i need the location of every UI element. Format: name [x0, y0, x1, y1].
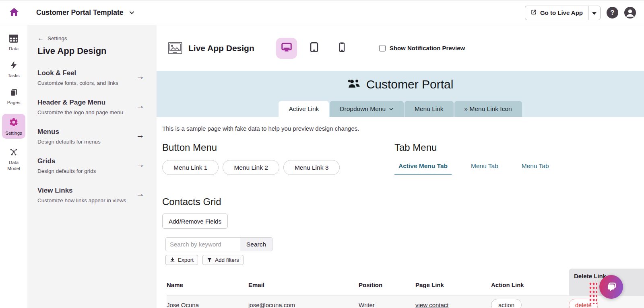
- portal-tab-menu-link[interactable]: Menu Link: [405, 101, 454, 117]
- app-title: Customer Portal Template: [36, 8, 124, 17]
- add-filters-button[interactable]: Add filters: [202, 255, 244, 265]
- view-contact-link[interactable]: view contact: [415, 302, 449, 308]
- table-icon: [9, 34, 19, 44]
- tablet-toggle[interactable]: [304, 38, 325, 59]
- menu-tab-1[interactable]: Menu Tab: [467, 162, 502, 175]
- arrow-right-icon: →: [136, 160, 144, 169]
- menu-link-1-button[interactable]: Menu Link 1: [162, 160, 219, 175]
- sidebar-item-label: Settings: [5, 130, 22, 136]
- menu-link-2-button[interactable]: Menu Link 2: [223, 160, 279, 175]
- go-live-dropdown-button[interactable]: [588, 6, 600, 20]
- settings-item-menus[interactable]: Menus Design defaults for menus →: [37, 128, 147, 145]
- app-title-dropdown[interactable]: Customer Portal Template: [36, 8, 135, 17]
- tab-menu-links: Active Menu Tab Menu Tab Menu Tab: [394, 162, 553, 175]
- checkbox-icon: [379, 45, 386, 51]
- phone-toggle[interactable]: [332, 38, 353, 59]
- caret-down-icon: [592, 9, 597, 16]
- item-desc: Customize how links appear in views: [37, 197, 129, 203]
- portal-banner: Customer Portal Active Link Dropdown Men…: [157, 71, 644, 117]
- menus-row: Button Menu Menu Link 1 Menu Link 2 Menu…: [162, 132, 644, 175]
- column-header-position[interactable]: Position: [359, 281, 415, 288]
- topbar-actions: Go to Live App ?: [525, 6, 636, 20]
- export-button[interactable]: Export: [165, 255, 198, 265]
- home-button[interactable]: [8, 7, 20, 19]
- item-title: Grids: [37, 157, 129, 165]
- portal-tab-active-link[interactable]: Active Link: [279, 101, 329, 117]
- arrow-right-icon: →: [136, 72, 144, 81]
- item-desc: Design defaults for menus: [37, 139, 129, 145]
- settings-item-look-and-feel[interactable]: Look & Feel Customize fonts, colors, and…: [37, 69, 147, 86]
- phone-icon: [336, 42, 347, 54]
- active-menu-tab[interactable]: Active Menu Tab: [394, 162, 452, 175]
- sidebar-item-pages[interactable]: Pages: [2, 87, 25, 106]
- back-arrow-icon: ←: [37, 35, 44, 41]
- topbar: Customer Portal Template Go to Live App: [0, 0, 644, 25]
- back-to-settings-link[interactable]: ← Settings: [37, 35, 147, 41]
- portal-tab-dropdown-menu[interactable]: Dropdown Menu: [330, 101, 404, 117]
- sidebar-item-label: Tasks: [8, 73, 19, 78]
- sidebar-item-label: Pages: [7, 100, 21, 105]
- download-icon: [170, 257, 175, 263]
- notification-preview-checkbox[interactable]: Show Notification Preview: [379, 45, 465, 51]
- contacts-table: Name Email Position Page Link Action Lin…: [167, 274, 644, 308]
- sidebar-item-label: Data Model: [2, 160, 25, 171]
- settings-item-header-page-menu[interactable]: Header & Page Menu Customize the logo an…: [37, 99, 147, 115]
- menu-tab-2[interactable]: Menu Tab: [518, 162, 553, 175]
- tab-label: Dropdown Menu: [340, 105, 386, 113]
- go-live-button[interactable]: Go to Live App: [525, 6, 588, 20]
- add-remove-fields-button[interactable]: Add/Remove Fields: [162, 214, 228, 229]
- item-title: Header & Page Menu: [37, 99, 129, 107]
- sidebar-item-tasks[interactable]: Tasks: [2, 60, 25, 79]
- settings-item-grids[interactable]: Grids Design defaults for grids →: [37, 157, 147, 174]
- column-header-action-link[interactable]: Action Link: [491, 281, 569, 288]
- sidebar-item-settings[interactable]: Settings: [2, 114, 25, 139]
- menu-link-3-button[interactable]: Menu Link 3: [283, 160, 340, 175]
- portal-tab-menu-link-icon[interactable]: » Menu Link Icon: [454, 101, 522, 117]
- tablet-icon: [308, 41, 320, 55]
- arrow-right-icon: →: [136, 189, 144, 199]
- device-toggles: [276, 38, 353, 59]
- action-button[interactable]: action: [491, 299, 522, 308]
- tab-label: Active Link: [289, 105, 319, 113]
- network-icon: [9, 147, 19, 158]
- desktop-toggle[interactable]: [276, 38, 297, 59]
- table-row: Jose Ocuna jose@ocuna.com Writer view co…: [167, 296, 644, 308]
- search-button[interactable]: Search: [240, 237, 272, 251]
- item-title: Menus: [37, 128, 129, 136]
- column-header-name[interactable]: Name: [167, 281, 248, 288]
- sidebar-item-data-model[interactable]: Data Model: [2, 147, 25, 171]
- sample-note: This is a sample page with fake data to …: [162, 125, 644, 132]
- contacts-grid-title: Contacts Grid: [162, 196, 644, 207]
- search-input[interactable]: [165, 237, 240, 251]
- chat-widget-button[interactable]: [599, 275, 623, 299]
- column-drag-handle[interactable]: [588, 281, 597, 304]
- user-icon: [624, 7, 636, 18]
- item-title: Look & Feel: [37, 69, 129, 77]
- notification-preview-label: Show Notification Preview: [390, 45, 465, 51]
- sidebar-item-label: Data: [9, 46, 19, 51]
- portal-menu-tabs: Active Link Dropdown Menu Menu Link » Me…: [157, 101, 644, 117]
- panel-title: Live App Design: [37, 46, 147, 56]
- settings-item-view-links[interactable]: View Links Customize how links appear in…: [37, 187, 147, 203]
- preview-page-title: Live App Design: [188, 43, 254, 53]
- users-icon: [347, 78, 361, 91]
- export-label: Export: [178, 257, 194, 263]
- back-label: Settings: [47, 35, 67, 41]
- chevron-down-icon: [129, 10, 135, 16]
- sidebar-item-data[interactable]: Data: [2, 34, 25, 52]
- chat-bubbles-icon: [605, 281, 618, 294]
- account-button[interactable]: [624, 7, 636, 18]
- app-window: Customer Portal Template Go to Live App: [0, 0, 644, 308]
- cell-position: Writer: [359, 302, 415, 308]
- button-menu-title: Button Menu: [162, 142, 394, 153]
- go-live-split-button: Go to Live App: [525, 6, 601, 20]
- column-header-page-link[interactable]: Page Link: [415, 281, 491, 288]
- portal-title-row: Customer Portal: [157, 71, 644, 91]
- grid-tools: Export Add filters: [165, 255, 644, 265]
- help-button[interactable]: ?: [607, 7, 618, 18]
- cell-page-link: view contact: [415, 302, 491, 308]
- column-header-email[interactable]: Email: [248, 281, 359, 288]
- item-title: View Links: [37, 187, 129, 195]
- lightning-icon: [9, 60, 18, 71]
- tab-label: Menu Link: [415, 105, 444, 113]
